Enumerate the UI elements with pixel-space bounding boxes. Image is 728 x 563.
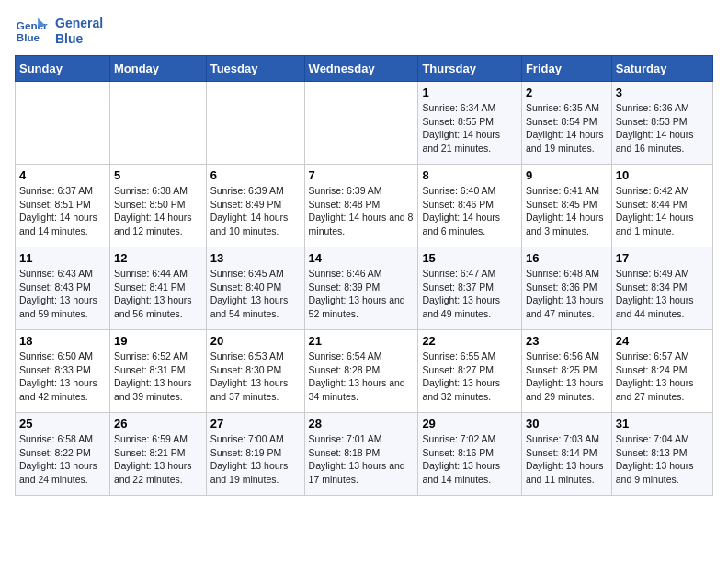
day-number: 24 <box>616 334 709 348</box>
day-content: Sunrise: 6:48 AM Sunset: 8:36 PM Dayligh… <box>526 267 608 321</box>
calendar-cell: 16Sunrise: 6:48 AM Sunset: 8:36 PM Dayli… <box>521 247 611 330</box>
calendar-cell: 18Sunrise: 6:50 AM Sunset: 8:33 PM Dayli… <box>16 330 110 413</box>
day-number: 5 <box>114 168 202 182</box>
day-content: Sunrise: 6:40 AM Sunset: 8:46 PM Dayligh… <box>422 184 518 238</box>
day-content: Sunrise: 6:56 AM Sunset: 8:25 PM Dayligh… <box>526 350 608 404</box>
calendar-cell: 20Sunrise: 6:53 AM Sunset: 8:30 PM Dayli… <box>206 330 304 413</box>
day-number: 20 <box>210 334 301 348</box>
day-number: 12 <box>114 251 202 265</box>
day-number: 18 <box>19 334 106 348</box>
calendar-week-row: 25Sunrise: 6:58 AM Sunset: 8:22 PM Dayli… <box>16 413 713 496</box>
calendar-cell: 22Sunrise: 6:55 AM Sunset: 8:27 PM Dayli… <box>418 330 522 413</box>
day-number: 15 <box>422 251 518 265</box>
calendar-cell: 15Sunrise: 6:47 AM Sunset: 8:37 PM Dayli… <box>418 247 522 330</box>
day-content: Sunrise: 6:39 AM Sunset: 8:48 PM Dayligh… <box>309 184 415 238</box>
calendar-cell: 11Sunrise: 6:43 AM Sunset: 8:43 PM Dayli… <box>16 247 110 330</box>
calendar-cell: 14Sunrise: 6:46 AM Sunset: 8:39 PM Dayli… <box>304 247 418 330</box>
day-number: 19 <box>114 334 202 348</box>
calendar-cell <box>304 82 418 165</box>
day-number: 28 <box>309 417 415 431</box>
day-number: 25 <box>19 417 106 431</box>
day-content: Sunrise: 6:38 AM Sunset: 8:50 PM Dayligh… <box>114 184 202 238</box>
day-content: Sunrise: 7:03 AM Sunset: 8:14 PM Dayligh… <box>526 432 608 487</box>
day-number: 17 <box>616 251 709 265</box>
day-number: 29 <box>422 417 518 431</box>
calendar-cell: 23Sunrise: 6:56 AM Sunset: 8:25 PM Dayli… <box>521 330 611 413</box>
day-number: 6 <box>210 168 301 182</box>
day-content: Sunrise: 6:39 AM Sunset: 8:49 PM Dayligh… <box>210 184 301 238</box>
calendar-cell: 13Sunrise: 6:45 AM Sunset: 8:40 PM Dayli… <box>206 247 304 330</box>
day-content: Sunrise: 7:01 AM Sunset: 8:18 PM Dayligh… <box>309 432 415 487</box>
calendar-cell: 3Sunrise: 6:36 AM Sunset: 8:53 PM Daylig… <box>611 82 712 165</box>
header: General Blue GeneralBlue <box>15 15 713 48</box>
calendar-cell: 25Sunrise: 6:58 AM Sunset: 8:22 PM Dayli… <box>16 413 110 496</box>
calendar-cell: 27Sunrise: 7:00 AM Sunset: 8:19 PM Dayli… <box>206 413 304 496</box>
day-number: 9 <box>526 168 608 182</box>
day-number: 1 <box>422 86 518 99</box>
calendar-week-row: 11Sunrise: 6:43 AM Sunset: 8:43 PM Dayli… <box>16 247 713 330</box>
calendar-week-row: 4Sunrise: 6:37 AM Sunset: 8:51 PM Daylig… <box>16 165 713 247</box>
day-number: 16 <box>526 251 608 265</box>
day-content: Sunrise: 7:02 AM Sunset: 8:16 PM Dayligh… <box>422 432 518 487</box>
day-number: 2 <box>526 86 608 99</box>
day-content: Sunrise: 6:41 AM Sunset: 8:45 PM Dayligh… <box>526 184 608 238</box>
day-number: 8 <box>422 168 518 182</box>
calendar-cell: 19Sunrise: 6:52 AM Sunset: 8:31 PM Dayli… <box>109 330 206 413</box>
day-content: Sunrise: 6:54 AM Sunset: 8:28 PM Dayligh… <box>309 350 415 404</box>
logo: General Blue GeneralBlue <box>15 15 103 48</box>
calendar-cell <box>16 82 110 165</box>
calendar-header-row: SundayMondayTuesdayWednesdayThursdayFrid… <box>16 56 713 82</box>
logo-text: GeneralBlue <box>55 16 103 47</box>
calendar-week-row: 1Sunrise: 6:34 AM Sunset: 8:55 PM Daylig… <box>16 82 713 165</box>
day-content: Sunrise: 6:57 AM Sunset: 8:24 PM Dayligh… <box>616 350 709 404</box>
day-number: 22 <box>422 334 518 348</box>
day-content: Sunrise: 6:58 AM Sunset: 8:22 PM Dayligh… <box>19 432 106 487</box>
day-number: 13 <box>210 251 301 265</box>
calendar-cell: 5Sunrise: 6:38 AM Sunset: 8:50 PM Daylig… <box>109 165 206 247</box>
day-content: Sunrise: 6:47 AM Sunset: 8:37 PM Dayligh… <box>422 267 518 321</box>
calendar-header-thursday: Thursday <box>418 56 522 82</box>
day-content: Sunrise: 6:34 AM Sunset: 8:55 PM Dayligh… <box>422 101 518 155</box>
day-number: 14 <box>309 251 415 265</box>
day-content: Sunrise: 6:49 AM Sunset: 8:34 PM Dayligh… <box>616 267 709 321</box>
day-number: 26 <box>114 417 202 431</box>
calendar-cell: 6Sunrise: 6:39 AM Sunset: 8:49 PM Daylig… <box>206 165 304 247</box>
day-number: 27 <box>210 417 301 431</box>
calendar-cell: 17Sunrise: 6:49 AM Sunset: 8:34 PM Dayli… <box>611 247 712 330</box>
calendar-header-saturday: Saturday <box>611 56 712 82</box>
calendar-header-tuesday: Tuesday <box>206 56 304 82</box>
logo-icon: General Blue <box>15 15 48 48</box>
day-content: Sunrise: 6:53 AM Sunset: 8:30 PM Dayligh… <box>210 350 301 404</box>
day-content: Sunrise: 7:00 AM Sunset: 8:19 PM Dayligh… <box>210 432 301 487</box>
day-content: Sunrise: 6:36 AM Sunset: 8:53 PM Dayligh… <box>616 101 709 155</box>
calendar-cell: 4Sunrise: 6:37 AM Sunset: 8:51 PM Daylig… <box>16 165 110 247</box>
day-number: 7 <box>309 168 415 182</box>
calendar-table: SundayMondayTuesdayWednesdayThursdayFrid… <box>15 55 713 496</box>
calendar-cell: 12Sunrise: 6:44 AM Sunset: 8:41 PM Dayli… <box>109 247 206 330</box>
calendar-week-row: 18Sunrise: 6:50 AM Sunset: 8:33 PM Dayli… <box>16 330 713 413</box>
day-content: Sunrise: 6:44 AM Sunset: 8:41 PM Dayligh… <box>114 267 202 321</box>
calendar-cell: 8Sunrise: 6:40 AM Sunset: 8:46 PM Daylig… <box>418 165 522 247</box>
day-content: Sunrise: 6:52 AM Sunset: 8:31 PM Dayligh… <box>114 350 202 404</box>
day-content: Sunrise: 6:42 AM Sunset: 8:44 PM Dayligh… <box>616 184 709 238</box>
calendar-cell: 2Sunrise: 6:35 AM Sunset: 8:54 PM Daylig… <box>521 82 611 165</box>
calendar-cell <box>109 82 206 165</box>
day-number: 23 <box>526 334 608 348</box>
calendar-cell: 21Sunrise: 6:54 AM Sunset: 8:28 PM Dayli… <box>304 330 418 413</box>
day-content: Sunrise: 6:35 AM Sunset: 8:54 PM Dayligh… <box>526 101 608 155</box>
day-content: Sunrise: 6:55 AM Sunset: 8:27 PM Dayligh… <box>422 350 518 404</box>
day-content: Sunrise: 6:43 AM Sunset: 8:43 PM Dayligh… <box>19 267 106 321</box>
calendar-header-sunday: Sunday <box>16 56 110 82</box>
day-number: 31 <box>616 417 709 431</box>
day-content: Sunrise: 6:37 AM Sunset: 8:51 PM Dayligh… <box>19 184 106 238</box>
svg-text:Blue: Blue <box>17 31 40 43</box>
day-content: Sunrise: 6:46 AM Sunset: 8:39 PM Dayligh… <box>309 267 415 321</box>
calendar-cell: 7Sunrise: 6:39 AM Sunset: 8:48 PM Daylig… <box>304 165 418 247</box>
calendar-header-wednesday: Wednesday <box>304 56 418 82</box>
calendar-header-monday: Monday <box>109 56 206 82</box>
calendar-cell <box>206 82 304 165</box>
calendar-cell: 31Sunrise: 7:04 AM Sunset: 8:13 PM Dayli… <box>611 413 712 496</box>
day-number: 30 <box>526 417 608 431</box>
calendar-cell: 24Sunrise: 6:57 AM Sunset: 8:24 PM Dayli… <box>611 330 712 413</box>
calendar-cell: 26Sunrise: 6:59 AM Sunset: 8:21 PM Dayli… <box>109 413 206 496</box>
